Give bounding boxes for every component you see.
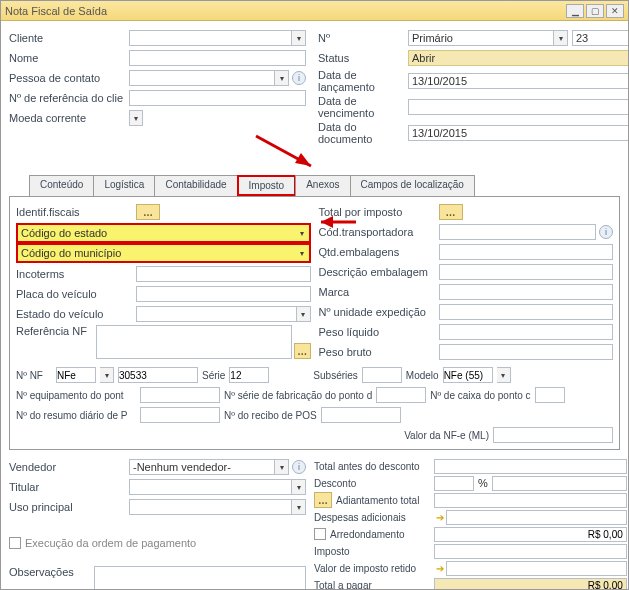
valor-nfe-label: Valor da NF-e (ML): [404, 430, 489, 441]
data-venc-input[interactable]: [408, 99, 628, 115]
uso-input[interactable]: [129, 499, 292, 515]
cod-transp-input[interactable]: [439, 224, 597, 240]
tab-imposto[interactable]: Imposto: [237, 175, 297, 196]
peso-bruto-input[interactable]: [439, 344, 614, 360]
arrow-right-icon[interactable]: ➔: [436, 563, 444, 574]
vendedor-dropdown[interactable]: ▾: [275, 459, 289, 475]
nome-label: Nome: [9, 52, 129, 64]
uso-label: Uso principal: [9, 501, 129, 513]
tab-contabilidade[interactable]: Contabilidade: [154, 175, 237, 196]
n-resumo-label: Nº do resumo diário de P: [16, 410, 136, 421]
subseries-val[interactable]: [362, 367, 402, 383]
codigo-municipio-dropdown[interactable]: ▾: [295, 245, 309, 261]
ref-nf-browse-button[interactable]: …: [294, 343, 311, 359]
desc-emb-input[interactable]: [439, 264, 614, 280]
exec-label: Execução da ordem de pagamento: [25, 537, 196, 549]
peso-bruto-label: Peso bruto: [319, 346, 439, 358]
codigo-municipio-input[interactable]: [18, 245, 295, 261]
n-resumo-input[interactable]: [140, 407, 220, 423]
modelo-dropdown[interactable]: ▾: [497, 367, 511, 383]
titular-input[interactable]: [129, 479, 292, 495]
vendedor-input[interactable]: [129, 459, 275, 475]
cliente-dropdown[interactable]: ▾: [292, 30, 306, 46]
codigo-estado-dropdown[interactable]: ▾: [295, 225, 309, 241]
titular-label: Titular: [9, 481, 129, 493]
total-antes-input[interactable]: [434, 459, 627, 474]
despesas-label: Despesas adicionais: [314, 512, 434, 523]
estado-veic-dropdown[interactable]: ▾: [297, 306, 311, 322]
desconto-val-input[interactable]: [492, 476, 627, 491]
n-nf-type-dropdown[interactable]: ▾: [100, 367, 114, 383]
n-unid-input[interactable]: [439, 304, 614, 320]
despesas-input[interactable]: [446, 510, 627, 525]
marca-input[interactable]: [439, 284, 614, 300]
arrow-right-icon[interactable]: ➔: [436, 512, 444, 523]
moeda-dropdown[interactable]: ▾: [129, 110, 143, 126]
ref-nf-label: Referência NF: [16, 325, 96, 337]
n-caixa-label: Nº de caixa do ponto c: [430, 390, 530, 401]
tabs: Conteúdo Logística Contabilidade Imposto…: [9, 175, 620, 196]
data-doc-label: Data do documento: [318, 121, 408, 145]
n-serie-fab-label: Nº série de fabricação do ponto d: [224, 390, 372, 401]
close-button[interactable]: ✕: [606, 4, 624, 18]
n-recibo-input[interactable]: [321, 407, 401, 423]
pessoa-dropdown[interactable]: ▾: [275, 70, 289, 86]
incoterms-input[interactable]: [136, 266, 311, 282]
estado-veic-label: Estado do veículo: [16, 308, 136, 320]
info-icon[interactable]: i: [292, 460, 306, 474]
numero-dropdown[interactable]: ▾: [554, 30, 568, 46]
identif-label: Identif.fiscais: [16, 206, 136, 218]
codigo-estado-input[interactable]: [18, 225, 295, 241]
obs-textarea[interactable]: [94, 566, 306, 589]
pessoa-input[interactable]: [129, 70, 275, 86]
data-lanc-input[interactable]: [408, 73, 628, 89]
tab-logistica[interactable]: Logística: [93, 175, 155, 196]
qtd-emb-input[interactable]: [439, 244, 614, 260]
window-title: Nota Fiscal de Saída: [5, 5, 564, 17]
estado-veic-input[interactable]: [136, 306, 297, 322]
info-icon[interactable]: i: [599, 225, 613, 239]
desconto-pct-input[interactable]: [434, 476, 474, 491]
uso-dropdown[interactable]: ▾: [292, 499, 306, 515]
peso-liq-input[interactable]: [439, 324, 614, 340]
subseries-label: Subséries: [313, 370, 357, 381]
arred-input[interactable]: [434, 527, 627, 542]
titular-dropdown[interactable]: ▾: [292, 479, 306, 495]
serie-val[interactable]: [229, 367, 269, 383]
identif-browse-button[interactable]: …: [136, 204, 160, 220]
tab-anexos[interactable]: Anexos: [295, 175, 350, 196]
modelo-val[interactable]: [443, 367, 493, 383]
n-nf-val[interactable]: [118, 367, 198, 383]
peso-liq-label: Peso líquido: [319, 326, 439, 338]
n-serie-fab-input[interactable]: [376, 387, 426, 403]
total-imposto-browse-button[interactable]: …: [439, 204, 463, 220]
adiant-input[interactable]: [434, 493, 627, 508]
ref-nf-textarea[interactable]: [96, 325, 292, 359]
minimize-button[interactable]: ▁: [566, 4, 584, 18]
desconto-label: Desconto: [314, 478, 434, 489]
numero-input[interactable]: [572, 30, 628, 46]
maximize-button[interactable]: ▢: [586, 4, 604, 18]
numero-selector[interactable]: [408, 30, 554, 46]
placa-input[interactable]: [136, 286, 311, 302]
n-nf-type[interactable]: [56, 367, 96, 383]
n-equip-input[interactable]: [140, 387, 220, 403]
adiant-browse-button[interactable]: …: [314, 492, 332, 508]
retido-input[interactable]: [446, 561, 627, 576]
data-doc-input[interactable]: [408, 125, 628, 141]
desc-emb-label: Descrição embalagem: [319, 266, 439, 278]
info-icon[interactable]: i: [292, 71, 306, 85]
valor-nfe-input[interactable]: [493, 427, 613, 443]
marca-label: Marca: [319, 286, 439, 298]
pct-symbol: %: [478, 477, 488, 489]
exec-checkbox[interactable]: [9, 537, 21, 549]
nome-input[interactable]: [129, 50, 306, 66]
tab-campos-loc[interactable]: Campos de localização: [350, 175, 475, 196]
n-caixa-input[interactable]: [535, 387, 565, 403]
arred-checkbox[interactable]: [314, 528, 326, 540]
imposto-tot-input[interactable]: [434, 544, 627, 559]
ref-input[interactable]: [129, 90, 306, 106]
cliente-input[interactable]: [129, 30, 292, 46]
pessoa-label: Pessoa de contato: [9, 72, 129, 84]
tab-conteudo[interactable]: Conteúdo: [29, 175, 94, 196]
